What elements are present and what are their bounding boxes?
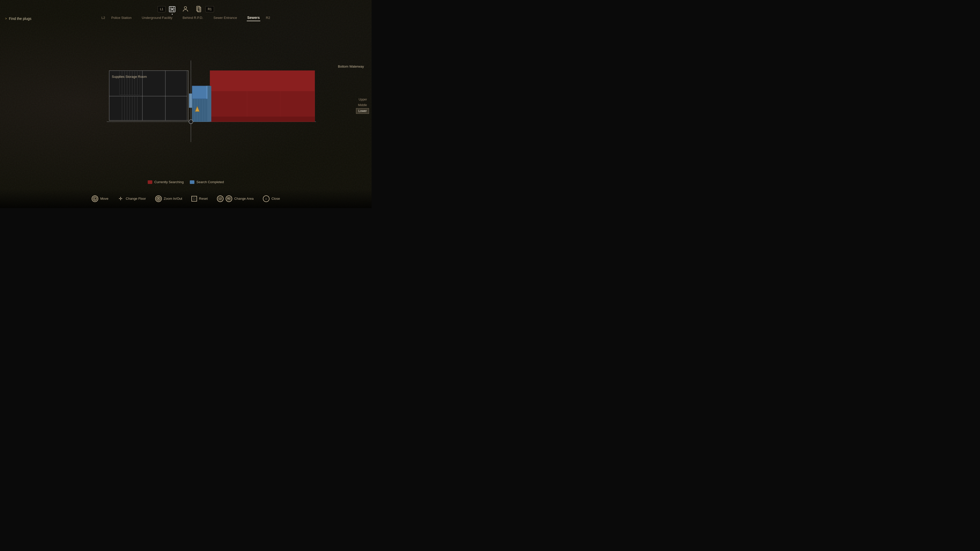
map-container: Supplies Storage Room Bottom Waterway Up… — [51, 23, 372, 188]
bottom-waterway-label: Bottom Waterway — [338, 65, 364, 68]
search-completed-swatch — [190, 180, 194, 184]
area-nav-police-station[interactable]: Police Station — [106, 14, 137, 21]
reset-control: □ Reset — [191, 196, 208, 202]
quest-objective-text: Find the plugs — [9, 17, 32, 21]
map-viewport: Supplies Storage Room Bottom Waterway Up… — [51, 23, 372, 188]
move-control: L Move — [92, 195, 108, 202]
currently-searching-label: Currently Searching — [154, 180, 184, 184]
top-hud: L1 — [158, 5, 214, 14]
map-icon[interactable] — [168, 5, 177, 14]
area-nav-behind-rpd[interactable]: Behind R.P.D. — [178, 14, 208, 21]
svg-text:R: R — [158, 197, 159, 200]
move-button[interactable]: L — [92, 195, 98, 202]
currently-searching-legend: Currently Searching — [148, 180, 184, 184]
upper-floor-button[interactable]: Upper — [356, 97, 369, 102]
svg-rect-53 — [210, 117, 315, 122]
zoom-control: R Zoom In/Out — [155, 195, 182, 202]
svg-rect-35 — [189, 94, 192, 108]
svg-point-46 — [196, 109, 198, 111]
quest-objective: > Find the plugs — [5, 17, 32, 21]
change-floor-label: Change Floor — [126, 197, 146, 200]
r2-nav-button[interactable]: R2 — [265, 14, 271, 21]
character-icon[interactable] — [181, 5, 190, 14]
area-navigation: L2 Police Station Underground Facility B… — [100, 14, 271, 21]
middle-floor-button[interactable]: Middle — [356, 103, 369, 108]
close-button[interactable]: ○ — [263, 195, 269, 202]
move-label: Move — [100, 197, 108, 200]
map-legend: Currently Searching Search Completed — [148, 180, 224, 184]
controls-bar: L Move ✛ Change Floor R Zoom In/Out □ Re… — [0, 189, 372, 208]
search-completed-legend: Search Completed — [190, 180, 224, 184]
map-svg — [107, 60, 316, 142]
change-area-label: Change Area — [234, 197, 254, 200]
change-floor-control: ✛ Change Floor — [118, 196, 146, 202]
change-area-control: L2 R2 Change Area — [217, 195, 254, 202]
supplies-storage-label: Supplies Storage Room — [112, 75, 147, 79]
close-label: Close — [272, 197, 280, 200]
close-control: ○ Close — [263, 195, 280, 202]
lower-floor-button[interactable]: Lower — [356, 108, 369, 114]
svg-text:L: L — [94, 197, 96, 200]
change-area-l2-button[interactable]: L2 — [217, 195, 224, 202]
reset-label: Reset — [199, 197, 208, 200]
currently-searching-swatch — [148, 180, 152, 184]
l1-button[interactable]: L1 — [158, 6, 165, 12]
files-icon[interactable] — [194, 5, 204, 14]
svg-rect-34 — [165, 96, 187, 121]
svg-rect-32 — [142, 96, 165, 121]
quest-arrow-icon: > — [5, 17, 7, 21]
area-nav-sewer-entrance[interactable]: Sewer Entrance — [208, 14, 242, 21]
svg-rect-33 — [165, 71, 187, 96]
area-nav-sewers[interactable]: Sewers — [242, 14, 265, 21]
l2-nav-button[interactable]: L2 — [100, 14, 106, 21]
svg-point-5 — [172, 9, 173, 10]
search-completed-label: Search Completed — [197, 180, 224, 184]
change-floor-button[interactable]: ✛ — [118, 196, 124, 202]
svg-rect-55 — [207, 86, 211, 122]
area-nav-underground-facility[interactable]: Underground Facility — [137, 14, 178, 21]
svg-point-47 — [189, 120, 193, 124]
zoom-button[interactable]: R — [155, 195, 162, 202]
svg-rect-31 — [142, 71, 165, 96]
reset-button[interactable]: □ — [191, 196, 197, 202]
hud-icons — [168, 5, 204, 14]
r1-button[interactable]: R1 — [205, 6, 214, 12]
change-area-r2-button[interactable]: R2 — [226, 195, 232, 202]
svg-rect-52 — [210, 71, 315, 91]
svg-point-6 — [184, 6, 186, 9]
zoom-label: Zoom In/Out — [164, 197, 182, 200]
floor-selector: Upper Middle Lower — [356, 97, 369, 114]
